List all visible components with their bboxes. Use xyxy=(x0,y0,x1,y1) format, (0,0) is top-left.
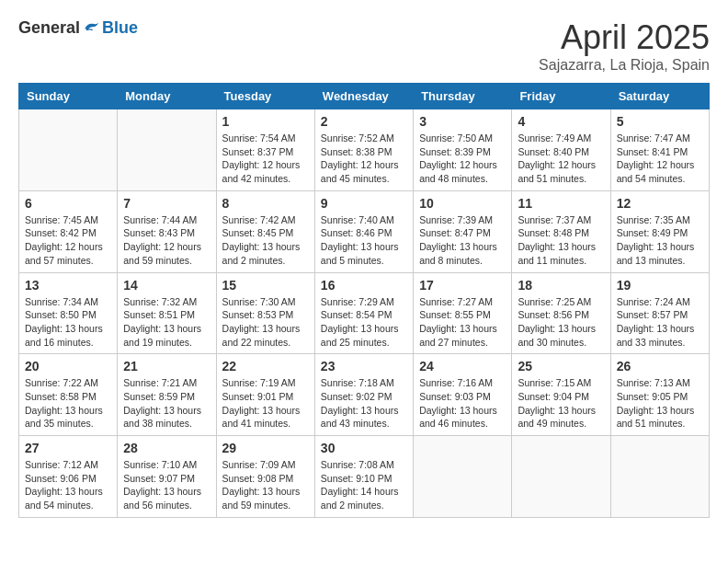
calendar-cell: 2Sunrise: 7:52 AM Sunset: 8:38 PM Daylig… xyxy=(314,109,413,191)
calendar-cell xyxy=(414,436,512,518)
weekday-header-friday: Friday xyxy=(512,84,610,109)
day-info: Sunrise: 7:12 AM Sunset: 9:06 PM Dayligh… xyxy=(25,458,111,512)
day-number: 19 xyxy=(617,278,703,293)
day-info: Sunrise: 7:22 AM Sunset: 8:58 PM Dayligh… xyxy=(25,376,111,431)
day-number: 20 xyxy=(25,359,111,373)
calendar-cell: 26Sunrise: 7:13 AM Sunset: 9:05 PM Dayli… xyxy=(610,354,709,436)
day-number: 13 xyxy=(25,278,111,293)
day-info: Sunrise: 7:32 AM Sunset: 8:51 PM Dayligh… xyxy=(123,295,210,350)
day-number: 17 xyxy=(419,278,506,293)
calendar-cell: 21Sunrise: 7:21 AM Sunset: 8:59 PM Dayli… xyxy=(118,354,216,436)
day-number: 6 xyxy=(25,196,111,211)
day-info: Sunrise: 7:47 AM Sunset: 8:41 PM Dayligh… xyxy=(617,132,703,186)
calendar-cell: 13Sunrise: 7:34 AM Sunset: 8:50 PM Dayli… xyxy=(19,272,118,354)
day-number: 23 xyxy=(321,359,407,373)
day-info: Sunrise: 7:19 AM Sunset: 9:01 PM Dayligh… xyxy=(222,376,309,431)
weekday-header-monday: Monday xyxy=(118,84,216,109)
day-info: Sunrise: 7:29 AM Sunset: 8:54 PM Dayligh… xyxy=(321,295,407,350)
day-number: 27 xyxy=(25,441,111,455)
day-number: 29 xyxy=(222,441,309,455)
calendar-cell: 14Sunrise: 7:32 AM Sunset: 8:51 PM Dayli… xyxy=(118,272,216,354)
calendar-cell: 17Sunrise: 7:27 AM Sunset: 8:55 PM Dayli… xyxy=(414,272,512,354)
weekday-header-sunday: Sunday xyxy=(19,84,118,109)
calendar-cell: 30Sunrise: 7:08 AM Sunset: 9:10 PM Dayli… xyxy=(314,436,413,518)
week-row-2: 6Sunrise: 7:45 AM Sunset: 8:42 PM Daylig… xyxy=(19,190,710,272)
day-info: Sunrise: 7:10 AM Sunset: 9:07 PM Dayligh… xyxy=(123,458,210,512)
day-info: Sunrise: 7:34 AM Sunset: 8:50 PM Dayligh… xyxy=(25,295,111,350)
calendar-cell: 29Sunrise: 7:09 AM Sunset: 9:08 PM Dayli… xyxy=(216,436,314,518)
calendar-cell: 16Sunrise: 7:29 AM Sunset: 8:54 PM Dayli… xyxy=(314,272,413,354)
calendar-cell xyxy=(118,109,216,191)
day-info: Sunrise: 7:40 AM Sunset: 8:46 PM Dayligh… xyxy=(321,213,407,268)
day-number: 9 xyxy=(321,196,407,211)
calendar-cell: 9Sunrise: 7:40 AM Sunset: 8:46 PM Daylig… xyxy=(314,190,413,272)
weekday-header-tuesday: Tuesday xyxy=(216,84,314,109)
calendar-table: SundayMondayTuesdayWednesdayThursdayFrid… xyxy=(18,83,710,518)
logo: General Blue xyxy=(18,18,138,38)
page-header: General Blue April 2025 Sajazarra, La Ri… xyxy=(18,18,710,74)
day-number: 1 xyxy=(222,114,309,129)
day-number: 7 xyxy=(123,196,210,211)
calendar-cell: 12Sunrise: 7:35 AM Sunset: 8:49 PM Dayli… xyxy=(610,190,709,272)
calendar-cell xyxy=(19,109,118,191)
day-info: Sunrise: 7:25 AM Sunset: 8:56 PM Dayligh… xyxy=(518,295,604,350)
day-number: 24 xyxy=(419,359,506,373)
calendar-cell: 27Sunrise: 7:12 AM Sunset: 9:06 PM Dayli… xyxy=(19,436,118,518)
day-number: 4 xyxy=(518,114,604,129)
day-number: 3 xyxy=(419,114,506,129)
day-info: Sunrise: 7:39 AM Sunset: 8:47 PM Dayligh… xyxy=(419,213,506,268)
calendar-cell: 11Sunrise: 7:37 AM Sunset: 8:48 PM Dayli… xyxy=(512,190,610,272)
day-info: Sunrise: 7:44 AM Sunset: 8:43 PM Dayligh… xyxy=(123,213,210,268)
day-number: 5 xyxy=(617,114,703,129)
calendar-cell: 8Sunrise: 7:42 AM Sunset: 8:45 PM Daylig… xyxy=(216,190,314,272)
calendar-cell: 18Sunrise: 7:25 AM Sunset: 8:56 PM Dayli… xyxy=(512,272,610,354)
day-number: 15 xyxy=(222,278,309,293)
logo-general-text: General xyxy=(18,18,80,38)
calendar-cell: 3Sunrise: 7:50 AM Sunset: 8:39 PM Daylig… xyxy=(414,109,512,191)
day-number: 2 xyxy=(321,114,407,129)
day-info: Sunrise: 7:30 AM Sunset: 8:53 PM Dayligh… xyxy=(222,295,309,350)
day-info: Sunrise: 7:24 AM Sunset: 8:57 PM Dayligh… xyxy=(617,295,703,350)
day-info: Sunrise: 7:09 AM Sunset: 9:08 PM Dayligh… xyxy=(222,458,309,512)
day-number: 11 xyxy=(518,196,604,211)
calendar-cell xyxy=(512,436,610,518)
weekday-header-row: SundayMondayTuesdayWednesdayThursdayFrid… xyxy=(19,84,710,109)
calendar-cell: 28Sunrise: 7:10 AM Sunset: 9:07 PM Dayli… xyxy=(118,436,216,518)
week-row-5: 27Sunrise: 7:12 AM Sunset: 9:06 PM Dayli… xyxy=(19,436,710,518)
day-info: Sunrise: 7:42 AM Sunset: 8:45 PM Dayligh… xyxy=(222,213,309,268)
day-number: 12 xyxy=(617,196,703,211)
weekday-header-wednesday: Wednesday xyxy=(314,84,413,109)
day-number: 14 xyxy=(123,278,210,293)
day-info: Sunrise: 7:50 AM Sunset: 8:39 PM Dayligh… xyxy=(419,132,506,186)
day-info: Sunrise: 7:37 AM Sunset: 8:48 PM Dayligh… xyxy=(518,213,604,268)
day-info: Sunrise: 7:35 AM Sunset: 8:49 PM Dayligh… xyxy=(617,213,703,268)
day-info: Sunrise: 7:52 AM Sunset: 8:38 PM Dayligh… xyxy=(321,132,407,186)
day-number: 18 xyxy=(518,278,604,293)
day-info: Sunrise: 7:15 AM Sunset: 9:04 PM Dayligh… xyxy=(518,376,604,431)
day-number: 8 xyxy=(222,196,309,211)
calendar-cell: 10Sunrise: 7:39 AM Sunset: 8:47 PM Dayli… xyxy=(414,190,512,272)
day-info: Sunrise: 7:16 AM Sunset: 9:03 PM Dayligh… xyxy=(419,376,506,431)
weekday-header-thursday: Thursday xyxy=(414,84,512,109)
calendar-cell: 4Sunrise: 7:49 AM Sunset: 8:40 PM Daylig… xyxy=(512,109,610,191)
calendar-cell: 22Sunrise: 7:19 AM Sunset: 9:01 PM Dayli… xyxy=(216,354,314,436)
calendar-cell: 5Sunrise: 7:47 AM Sunset: 8:41 PM Daylig… xyxy=(610,109,709,191)
day-info: Sunrise: 7:18 AM Sunset: 9:02 PM Dayligh… xyxy=(321,376,407,431)
week-row-1: 1Sunrise: 7:54 AM Sunset: 8:37 PM Daylig… xyxy=(19,109,710,191)
calendar-cell: 25Sunrise: 7:15 AM Sunset: 9:04 PM Dayli… xyxy=(512,354,610,436)
calendar-cell: 24Sunrise: 7:16 AM Sunset: 9:03 PM Dayli… xyxy=(414,354,512,436)
location-text: Sajazarra, La Rioja, Spain xyxy=(539,57,710,74)
week-row-3: 13Sunrise: 7:34 AM Sunset: 8:50 PM Dayli… xyxy=(19,272,710,354)
weekday-header-saturday: Saturday xyxy=(610,84,709,109)
day-info: Sunrise: 7:27 AM Sunset: 8:55 PM Dayligh… xyxy=(419,295,506,350)
day-info: Sunrise: 7:54 AM Sunset: 8:37 PM Dayligh… xyxy=(222,132,309,186)
day-info: Sunrise: 7:08 AM Sunset: 9:10 PM Dayligh… xyxy=(321,458,407,512)
day-number: 26 xyxy=(617,359,703,373)
day-number: 30 xyxy=(321,441,407,455)
month-title: April 2025 xyxy=(539,18,710,57)
calendar-cell: 23Sunrise: 7:18 AM Sunset: 9:02 PM Dayli… xyxy=(314,354,413,436)
day-number: 25 xyxy=(518,359,604,373)
day-info: Sunrise: 7:21 AM Sunset: 8:59 PM Dayligh… xyxy=(123,376,210,431)
day-info: Sunrise: 7:13 AM Sunset: 9:05 PM Dayligh… xyxy=(617,376,703,431)
title-section: April 2025 Sajazarra, La Rioja, Spain xyxy=(539,18,710,74)
